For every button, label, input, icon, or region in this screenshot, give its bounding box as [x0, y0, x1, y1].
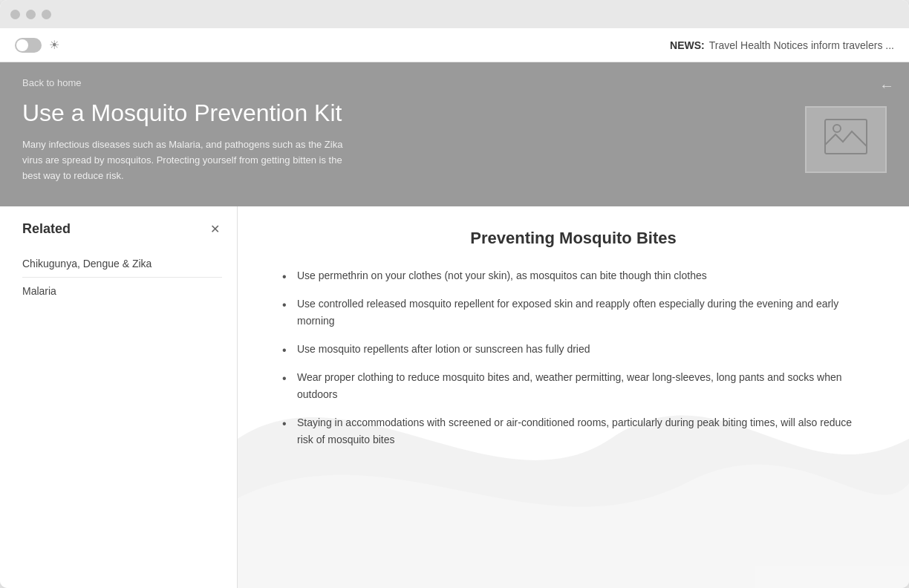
sidebar-header: Related ✕ [22, 221, 222, 237]
svg-point-1 [833, 125, 841, 132]
toggle-knob [16, 39, 28, 51]
app-window: ☀ NEWS: Travel Health Notices inform tra… [0, 0, 909, 588]
hero-content: Use a Mosquito Prevention Kit Many infec… [22, 99, 887, 184]
sidebar-close-button[interactable]: ✕ [207, 221, 222, 236]
list-item-4: Wear proper clothing to reduce mosquito … [282, 369, 864, 402]
hero-text: Use a Mosquito Prevention Kit Many infec… [22, 99, 349, 184]
list-item-2: Use controlled released mosquito repelle… [282, 295, 864, 329]
sidebar-title: Related [22, 221, 71, 237]
related-list: Chikugunya, Dengue & Zika Malaria [22, 250, 222, 304]
window-dot-red[interactable] [10, 10, 20, 19]
hero-description: Many infectious diseases such as Malaria… [22, 137, 349, 183]
list-item-1: Use permethrin on your clothes (not your… [282, 267, 864, 284]
nav-left: ☀ [15, 38, 59, 53]
hero-image [805, 106, 887, 173]
related-item-chikugunya[interactable]: Chikugunya, Dengue & Zika [22, 250, 222, 278]
prevention-list: Use permethrin on your clothes (not your… [282, 267, 864, 448]
news-text: Travel Health Notices inform travelers .… [709, 39, 894, 51]
window-dot-green[interactable] [42, 10, 51, 19]
list-item-5: Staying in accommodations with screened … [282, 414, 864, 448]
image-placeholder-icon [824, 118, 868, 161]
title-bar [0, 0, 909, 28]
window-dot-yellow[interactable] [26, 10, 36, 19]
news-label: NEWS: [670, 39, 705, 51]
window-controls [10, 10, 51, 19]
hero-title: Use a Mosquito Prevention Kit [22, 99, 349, 127]
back-arrow-icon[interactable]: ← [879, 77, 894, 94]
nav-right: NEWS: Travel Health Notices inform trave… [670, 39, 894, 51]
article-content: Preventing Mosquito Bites Use permethrin… [238, 206, 909, 588]
sidebar: Related ✕ Chikugunya, Dengue & Zika Mala… [0, 206, 238, 588]
back-to-home-link[interactable]: Back to home [22, 77, 887, 88]
article-inner: Preventing Mosquito Bites Use permethrin… [282, 229, 864, 448]
sun-icon: ☀ [49, 38, 59, 52]
svg-rect-0 [825, 120, 867, 154]
article-heading: Preventing Mosquito Bites [282, 229, 864, 248]
nav-bar: ☀ NEWS: Travel Health Notices inform tra… [0, 28, 909, 62]
hero-section: Back to home Use a Mosquito Prevention K… [0, 62, 909, 206]
related-item-malaria[interactable]: Malaria [22, 278, 222, 304]
main-content: Related ✕ Chikugunya, Dengue & Zika Mala… [0, 206, 909, 588]
theme-toggle[interactable] [15, 38, 42, 53]
list-item-3: Use mosquito repellents after lotion or … [282, 341, 864, 357]
close-icon: ✕ [210, 222, 220, 236]
